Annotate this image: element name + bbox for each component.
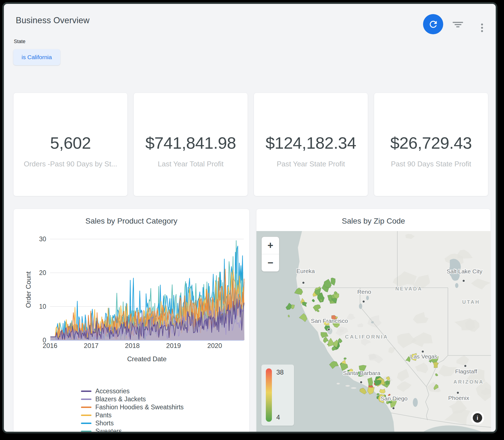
zip-choropleth-map[interactable]: NEVADAUTAHCALIFORNIAARIZONAEurekaSalt La… <box>256 231 491 433</box>
map-title: Sales by Zip Code <box>256 217 490 226</box>
legend-swatch <box>81 391 91 392</box>
kpi-label: Last Year Total Profit <box>158 160 224 168</box>
page-title: Business Overview <box>16 15 90 25</box>
zoom-out-button[interactable]: − <box>262 254 279 271</box>
city-label-las-vegas: Las Vegas <box>410 353 437 360</box>
kpi-label: Past 90 Days State Profit <box>391 160 471 168</box>
region-label-nevada: NEVADA <box>395 286 423 292</box>
state-filter-chip[interactable]: is California <box>13 49 60 65</box>
legend-item-blazers-jackets[interactable]: Blazers & Jackets <box>81 395 184 403</box>
svg-text:2019: 2019 <box>166 342 181 349</box>
chart-title: Sales by Product Category <box>14 217 249 226</box>
scale-min-value: 4 <box>276 413 280 421</box>
dashboard-frame: Business Overview State is California 5,… <box>2 2 497 433</box>
filter-field-label: State <box>14 39 25 44</box>
kpi-value: 5,602 <box>50 133 91 153</box>
city-dot-phoenix <box>457 392 459 394</box>
kpi-label: Past Year State Profit <box>277 160 345 168</box>
legend-label: Pants <box>95 412 112 419</box>
region-label-utah: UTAH <box>462 299 480 305</box>
city-dot-flagstaff <box>464 365 467 367</box>
city-dot-reno <box>363 300 365 303</box>
kebab-dot-icon <box>481 23 483 25</box>
svg-text:2016: 2016 <box>43 342 57 349</box>
legend-swatch <box>81 415 91 416</box>
filter-list-icon <box>455 24 461 25</box>
city-label-phoenix: Phoenix <box>448 395 469 401</box>
legend-swatch <box>81 399 91 400</box>
legend-label: Accessories <box>95 387 130 395</box>
kpi-label: Orders -Past 90 Days by St... <box>24 160 117 168</box>
legend-label: Fashion Hoodies & Sweatshirts <box>95 404 184 411</box>
legend-label: Shorts <box>95 420 114 427</box>
region-label-california: CALIFORNIA <box>345 334 388 340</box>
city-label-san-francisco: San Francisco <box>311 318 348 324</box>
legend-swatch <box>81 431 91 432</box>
kpi-card-past-year-state-profit: $124,182.34 Past Year State Profit <box>254 93 368 196</box>
city-label-eureka: Eureka <box>296 268 315 274</box>
kpi-card-orders: 5,602 Orders -Past 90 Days by St... <box>13 93 128 196</box>
zoom-in-button[interactable]: + <box>262 237 279 254</box>
info-icon: i <box>473 413 482 423</box>
legend-item-fashion-hoodies[interactable]: Fashion Hoodies & Sweatshirts <box>81 403 184 411</box>
svg-text:Created Date: Created Date <box>127 355 167 363</box>
legend-label: Sweaters <box>95 428 122 433</box>
refresh-icon <box>428 19 439 30</box>
legend-label: Blazers & Jackets <box>95 396 146 403</box>
city-label-flagstaff: Flagstaff <box>455 368 477 374</box>
svg-text:2020: 2020 <box>207 342 222 349</box>
kebab-dot-icon <box>481 30 483 32</box>
category-chart-card: Sales by Product Category 0102030Order C… <box>13 209 250 433</box>
scale-max-value: 38 <box>276 368 284 376</box>
city-label-santa-barbara: Santa Barbara <box>343 370 380 376</box>
svg-text:30: 30 <box>39 235 46 243</box>
kpi-value: $741,841.98 <box>145 133 236 153</box>
city-dot-san-francisco <box>328 328 330 331</box>
svg-text:20: 20 <box>39 269 46 276</box>
city-label-san-diego: San Diego <box>380 395 408 402</box>
region-label-arizona: ARIZONA <box>453 379 484 385</box>
city-dot-las-vegas <box>422 350 424 353</box>
city-dot-salt-lake-city <box>463 280 465 282</box>
legend-item-pants[interactable]: Pants <box>81 411 184 419</box>
kebab-dot-icon <box>481 27 483 29</box>
svg-text:10: 10 <box>39 303 46 310</box>
svg-text:2018: 2018 <box>125 342 140 349</box>
legend-item-accessories[interactable]: Accessories <box>81 387 184 395</box>
city-label-reno: Reno <box>357 289 371 295</box>
filter-list-icon <box>453 22 463 23</box>
kpi-card-last-year-profit: $741,841.98 Last Year Total Profit <box>133 93 248 196</box>
color-gradient-bar <box>266 368 272 422</box>
map-attribution-button[interactable]: i <box>471 411 484 425</box>
svg-text:2017: 2017 <box>84 342 98 349</box>
filter-list-icon <box>456 26 460 27</box>
kpi-value: $124,182.34 <box>266 133 356 153</box>
city-dot-santa-barbara <box>360 381 363 384</box>
filter-button[interactable] <box>452 20 464 29</box>
city-label-salt-lake-city: Salt Lake City <box>447 268 482 274</box>
refresh-button[interactable] <box>423 14 443 34</box>
svg-text:Order Count: Order Count <box>25 271 32 308</box>
kpi-value: $26,729.43 <box>390 133 472 153</box>
city-dot-san-diego <box>392 407 395 410</box>
legend-swatch <box>81 423 91 424</box>
zip-map-card: Sales by Zip Code NEVADAUTAHCALIFORNIAAR… <box>256 209 491 433</box>
map-zoom-control: + − <box>261 237 279 272</box>
more-options-button[interactable] <box>478 20 486 35</box>
legend-item-shorts[interactable]: Shorts <box>81 419 184 427</box>
chart-legend: Accessories Blazers & Jackets Fashion Ho… <box>81 387 184 433</box>
city-dot-eureka <box>302 282 305 284</box>
kpi-card-past-90-days-profit: $26,729.43 Past 90 Days State Profit <box>374 93 488 196</box>
legend-item-sweaters[interactable]: Sweaters <box>81 427 184 433</box>
legend-swatch <box>81 407 91 408</box>
map-color-scale: 38 4 <box>261 365 294 426</box>
